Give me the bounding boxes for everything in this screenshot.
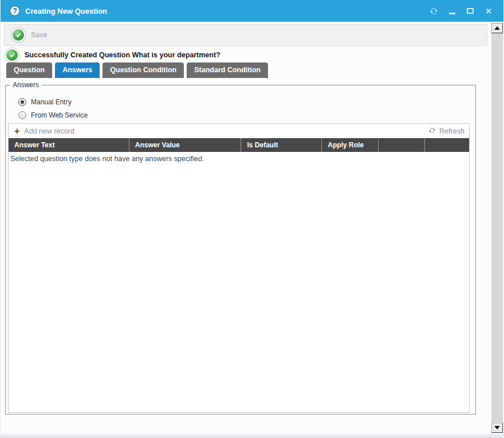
grid-header-row: Answer Text Answer Value Is Default Appl… [9, 138, 469, 152]
column-header-answer-text[interactable]: Answer Text [9, 138, 129, 152]
scroll-down-button[interactable] [491, 423, 503, 433]
column-header-empty-1 [378, 138, 424, 152]
radio-from-web-service[interactable]: From Web Service [18, 110, 88, 120]
radio-manual-entry-label: Manual Entry [31, 98, 72, 106]
tab-answers[interactable]: Answers [55, 62, 100, 78]
scrollbar-track[interactable] [491, 33, 503, 422]
status-message-row: Successfully Created Question What is yo… [5, 48, 220, 62]
help-icon[interactable]: ? [10, 6, 20, 16]
tab-question-condition[interactable]: Question Condition [103, 62, 184, 78]
answers-panel: Answers Manual Entry From Web Service + … [5, 85, 476, 414]
grid-empty-message: Selected question type does not have any… [9, 152, 469, 163]
maximize-button[interactable] [461, 3, 479, 19]
close-button[interactable]: ✕ [479, 3, 498, 19]
radio-button-icon[interactable] [18, 111, 26, 119]
minimize-button[interactable] [443, 3, 461, 19]
radio-manual-entry[interactable]: Manual Entry [18, 97, 72, 107]
success-message: Successfully Created Question What is yo… [25, 51, 220, 59]
grid-refresh-button[interactable]: Refresh [428, 127, 464, 136]
column-header-answer-value[interactable]: Answer Value [129, 138, 241, 152]
add-new-record-label: Add new record [24, 127, 74, 135]
window-title: Creating New Question [25, 7, 424, 15]
arrow-up-icon [494, 26, 500, 30]
refresh-window-icon[interactable] [424, 3, 443, 19]
main-content: Save Successfully Created Question What … [1, 22, 490, 433]
add-new-record-button[interactable]: + Add new record [14, 127, 74, 136]
grid-refresh-label: Refresh [439, 127, 464, 135]
save-check-icon [11, 28, 25, 42]
scroll-up-button[interactable] [491, 23, 503, 33]
success-check-icon [5, 48, 19, 62]
answers-grid: + Add new record Refresh [8, 123, 470, 413]
tab-standard-condition[interactable]: Standard Condition [187, 62, 268, 78]
column-header-empty-2 [424, 138, 469, 152]
window-controls: ✕ [424, 3, 498, 19]
radio-from-web-service-label: From Web Service [31, 111, 88, 119]
close-icon: ✕ [486, 7, 492, 15]
maximize-icon [467, 8, 474, 14]
grid-body: Selected question type does not have any… [9, 152, 469, 412]
save-toolbar: Save [4, 24, 487, 46]
tab-strip: Question Answers Question Condition Stan… [6, 62, 268, 78]
column-header-is-default[interactable]: Is Default [241, 138, 321, 152]
answers-panel-legend: Answers [10, 81, 41, 89]
title-bar: ? Creating New Question ✕ [1, 0, 504, 22]
grid-toolbar: + Add new record Refresh [9, 124, 469, 138]
dialog-window: ? Creating New Question ✕ [0, 0, 504, 438]
plus-icon: + [14, 127, 19, 136]
bottom-strip [1, 433, 503, 438]
refresh-icon [430, 7, 438, 15]
column-header-apply-role[interactable]: Apply Role [321, 138, 378, 152]
save-button[interactable]: Save [5, 25, 48, 45]
tab-question[interactable]: Question [6, 62, 52, 78]
save-label: Save [31, 31, 48, 39]
arrow-down-icon [494, 426, 500, 429]
vertical-scrollbar [490, 22, 503, 433]
radio-button-selected-icon[interactable] [18, 98, 26, 106]
refresh-icon [428, 127, 439, 136]
minimize-icon [449, 13, 455, 14]
